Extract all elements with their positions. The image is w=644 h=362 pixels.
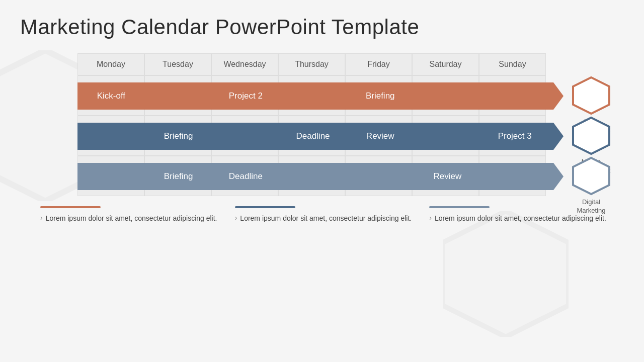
day-header-saturday: Saturday [412, 53, 479, 75]
bar-label-r3-6: Review [414, 171, 481, 182]
legend-line-2 [235, 206, 295, 208]
rows-container: Kick-off-Project 2-Briefing-- Web Develo… [20, 75, 624, 196]
day-header-friday: Friday [345, 53, 412, 75]
legend-item-1: ›Lorem ipsum dolor sit amet, consectetur… [40, 206, 235, 224]
bar-label-r2-2: Briefing [145, 131, 212, 141]
day-header-thursday: Thursday [278, 53, 345, 75]
legend-text-1: Lorem ipsum dolor sit amet, consectetur … [46, 213, 217, 224]
legend-line-3 [429, 206, 490, 208]
bar-label-r1-3: Project 2 [212, 91, 279, 101]
bar-label-r3-2: Briefing [145, 171, 212, 182]
footer-legend: ›Lorem ipsum dolor sit amet, consectetur… [20, 206, 624, 224]
svg-point-4 [590, 139, 592, 141]
main-container: Marketing Calendar PowerPoint Template M… [0, 0, 644, 234]
legend-line-1 [40, 206, 101, 208]
calendar-row-1: Kick-off-Project 2-Briefing-- Web Develo… [20, 75, 624, 116]
bar-label-r1-5: Briefing [347, 91, 414, 101]
legend-bullet-2: › [235, 214, 237, 222]
legend-bullet-1: › [40, 214, 43, 222]
calendar-wrapper: MondayTuesdayWednesdayThursdayFridaySatu… [20, 53, 624, 196]
bar-label-r1-1: Kick-off [77, 91, 145, 101]
day-header-tuesday: Tuesday [144, 53, 211, 75]
days-header: MondayTuesdayWednesdayThursdayFridaySatu… [77, 53, 546, 75]
day-header-monday: Monday [77, 53, 144, 75]
legend-bullet-3: › [429, 214, 432, 222]
icon-symbol-2 [584, 125, 599, 146]
page-title: Marketing Calendar PowerPoint Template [20, 15, 624, 39]
bar-label-r2-5: Review [347, 131, 414, 141]
icon-symbol-1 [582, 85, 600, 106]
bar-label-r2-4: Deadline [279, 131, 347, 141]
legend-text-2: Lorem ipsum dolor sit amet, consectetur … [240, 213, 412, 224]
day-header-wednesday: Wednesday [211, 53, 278, 75]
timeline-bar-2: -Briefing-DeadlineReview-Project 3 [77, 123, 564, 150]
bar-label-r2-7: Project 3 [481, 131, 548, 141]
timeline-bar-3: -BriefingDeadline--Review- [77, 163, 564, 190]
icon-label-3: Digital Marketing [577, 198, 605, 215]
legend-item-2: ›Lorem ipsum dolor sit amet, consectetur… [235, 206, 430, 224]
day-header-sunday: Sunday [479, 53, 546, 75]
svg-line-1 [589, 88, 593, 100]
calendar-row-2: -Briefing-DeadlineReview-Project 3 Mobil… [20, 116, 624, 156]
icon-symbol-3 [582, 165, 600, 187]
calendar-row-3: -BriefingDeadline--Review- Digital Marke… [20, 156, 624, 196]
timeline-bar-1: Kick-off-Project 2-Briefing-- [77, 82, 564, 110]
row-icon-3: Digital Marketing [558, 156, 624, 216]
bar-label-r3-3: Deadline [212, 171, 279, 182]
